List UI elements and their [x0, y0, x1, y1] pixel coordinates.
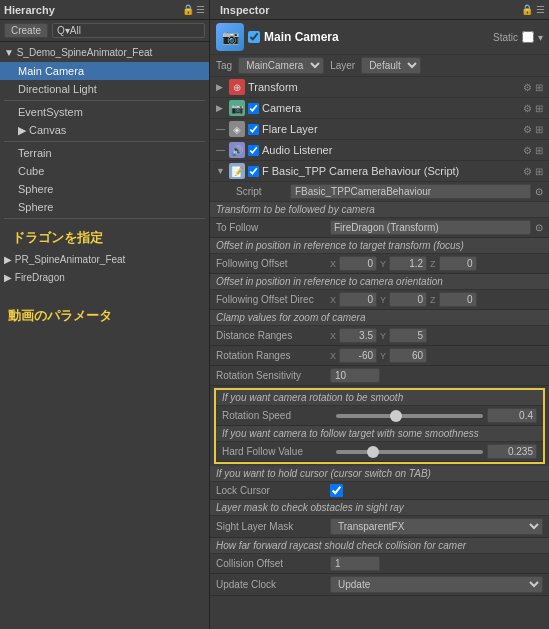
script-settings-icon[interactable]: ⚙ — [523, 166, 532, 177]
static-dropdown-arrow[interactable]: ▾ — [538, 32, 543, 43]
yellow-label-dragon: ドラゴンを指定 — [4, 223, 107, 249]
prop-sight-layer-mask: Sight Layer Mask TransparentFX — [210, 516, 549, 538]
script-arrow: ▼ — [216, 166, 226, 176]
section-offset-camera: Offset in position in reference to camer… — [210, 274, 549, 290]
section-cursor-hold: If you want to hold cursor (cursor switc… — [210, 466, 549, 482]
hierarchy-item-s-demo[interactable]: ▼ S_Demo_SpineAnimator_Feat — [0, 44, 209, 62]
following-offset-z[interactable] — [439, 256, 477, 271]
hierarchy-item-directional-light[interactable]: Directional Light — [0, 80, 209, 98]
transform-settings-icon[interactable]: ⚙ — [523, 82, 532, 93]
collision-offset-input[interactable] — [330, 556, 380, 571]
prop-update-clock: Update Clock Update — [210, 574, 549, 596]
script-field-row: Script FBasic_TPPCameraBehaviour ⊙ — [210, 182, 549, 202]
yellow-labels: ドラゴンを指定 — [0, 223, 107, 249]
section-offset-target: Offset in position in reference to targe… — [210, 238, 549, 254]
hierarchy-item-canvas[interactable]: ▶ Canvas — [0, 121, 209, 139]
rotation-ranges-xy: X Y — [330, 348, 427, 363]
y-label-2: Y — [380, 295, 386, 305]
inspector-header-icons: 🔒 ☰ — [521, 4, 545, 15]
collision-offset-label: Collision Offset — [216, 558, 326, 569]
fire-dragon-label: ▶ FireDragon — [4, 272, 65, 283]
prop-rotation-sensitivity: Rotation Sensitivity — [210, 366, 549, 386]
sphere1-label: Sphere — [18, 183, 53, 195]
rotation-speed-input[interactable] — [487, 408, 537, 423]
rotation-ranges-y[interactable] — [389, 348, 427, 363]
hard-follow-input[interactable] — [487, 444, 537, 459]
flare-settings-icon[interactable]: ⚙ — [523, 124, 532, 135]
y-label-3: Y — [380, 331, 386, 341]
hierarchy-item-cube[interactable]: Cube — [0, 162, 209, 180]
following-offset-xyz: X Y Z — [330, 256, 477, 271]
audio-settings-icon[interactable]: ⚙ — [523, 145, 532, 156]
tag-select[interactable]: MainCamera — [238, 57, 324, 74]
create-button[interactable]: Create — [4, 23, 48, 38]
camera-menu: ⚙ ⊞ — [523, 103, 543, 114]
inspector-content: 📷 Main Camera Static ▾ Tag MainCamera La… — [210, 20, 549, 629]
hierarchy-search-input[interactable] — [52, 23, 205, 38]
transform-icon: ⊕ — [229, 79, 245, 95]
rotation-speed-slider-container — [336, 408, 537, 423]
rotation-speed-slider[interactable] — [336, 414, 483, 418]
sight-layer-select[interactable]: TransparentFX — [330, 518, 543, 535]
hierarchy-item-sphere1[interactable]: Sphere — [0, 180, 209, 198]
hard-follow-slider[interactable] — [336, 450, 483, 454]
distance-ranges-x[interactable] — [339, 328, 377, 343]
hierarchy-title: Hierarchy — [4, 4, 55, 16]
hierarchy-item-fire-dragon[interactable]: ▶ FireDragon — [0, 269, 209, 287]
rotation-ranges-x[interactable] — [339, 348, 377, 363]
following-offset-y[interactable] — [389, 256, 427, 271]
lock-cursor-checkbox[interactable] — [330, 484, 343, 497]
to-follow-value-area: FireDragon (Transform) ⊙ — [330, 220, 543, 235]
pr-spine-label: ▶ PR_SpineAnimator_Feat — [4, 254, 125, 265]
object-active-checkbox[interactable] — [248, 31, 260, 43]
camera-active-checkbox[interactable] — [248, 103, 259, 114]
s-demo-label: ▼ S_Demo_SpineAnimator_Feat — [4, 47, 152, 58]
inspector-panel: Inspector 🔒 ☰ 📷 Main Camera Static ▾ Tag… — [210, 0, 549, 629]
static-label: Static — [493, 32, 518, 43]
script-name: F Basic_TPP Camera Behaviour (Script) — [262, 165, 520, 177]
yellow-annotation-area: ドラゴンを指定 — [0, 223, 209, 249]
hard-follow-slider-container — [336, 444, 537, 459]
layer-select[interactable]: Default — [361, 57, 421, 74]
inspector-object-bar: 📷 Main Camera Static ▾ — [210, 20, 549, 55]
camera-settings-icon[interactable]: ⚙ — [523, 103, 532, 114]
script-select-icon[interactable]: ⊙ — [535, 186, 543, 197]
following-offset-dir-z[interactable] — [439, 292, 477, 307]
layer-label: Layer — [330, 60, 355, 71]
camera-icon: 📷 — [229, 100, 245, 116]
prop-following-offset-dir: Following Offset Direc X Y Z — [210, 290, 549, 310]
hierarchy-item-event-system[interactable]: EventSystem — [0, 103, 209, 121]
component-camera[interactable]: ▶ 📷 Camera ⚙ ⊞ — [210, 98, 549, 119]
static-checkbox[interactable] — [522, 31, 534, 43]
following-offset-dir-x[interactable] — [339, 292, 377, 307]
yellow-label-video-area: 動画のパラメータ — [0, 307, 209, 325]
cube-label: Cube — [18, 165, 44, 177]
hierarchy-item-pr-spine[interactable]: ▶ PR_SpineAnimator_Feat — [0, 251, 209, 269]
to-follow-select-icon[interactable]: ⊙ — [535, 222, 543, 233]
flare-active-checkbox[interactable] — [248, 124, 259, 135]
to-follow-dropdown[interactable]: FireDragon (Transform) — [330, 220, 531, 235]
menu-icon: ☰ — [196, 4, 205, 15]
hierarchy-item-sphere2[interactable]: Sphere — [0, 198, 209, 216]
flare-arrow: — — [216, 124, 226, 134]
following-offset-x[interactable] — [339, 256, 377, 271]
transform-menu: ⚙ ⊞ — [523, 82, 543, 93]
component-transform[interactable]: ▶ ⊕ Transform ⚙ ⊞ — [210, 77, 549, 98]
hierarchy-item-terrain[interactable]: Terrain — [0, 144, 209, 162]
audio-name: Audio Listener — [262, 144, 520, 156]
prop-to-follow: To Follow FireDragon (Transform) ⊙ — [210, 218, 549, 238]
following-offset-label: Following Offset — [216, 258, 326, 269]
following-offset-dir-y[interactable] — [389, 292, 427, 307]
hierarchy-item-main-camera[interactable]: Main Camera — [0, 62, 209, 80]
script-active-checkbox[interactable] — [248, 166, 259, 177]
hard-follow-label: Hard Follow Value — [222, 446, 332, 457]
update-clock-select[interactable]: Update — [330, 576, 543, 593]
y-label-1: Y — [380, 259, 386, 269]
prop-hard-follow: Hard Follow Value — [216, 442, 543, 462]
audio-active-checkbox[interactable] — [248, 145, 259, 156]
prop-lock-cursor: Lock Cursor — [210, 482, 549, 500]
distance-ranges-y[interactable] — [389, 328, 427, 343]
audio-icon: 🔊 — [229, 142, 245, 158]
rotation-sensitivity-input[interactable] — [330, 368, 380, 383]
separator1 — [4, 100, 205, 101]
